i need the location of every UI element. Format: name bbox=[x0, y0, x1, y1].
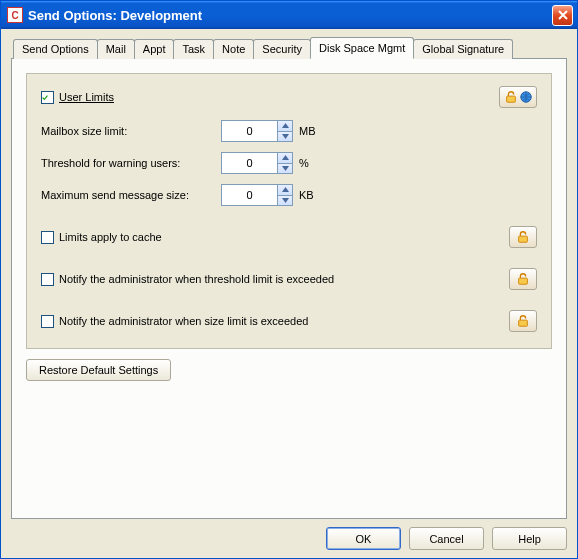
threshold-input[interactable] bbox=[221, 152, 293, 174]
tab-security[interactable]: Security bbox=[253, 39, 311, 59]
maxsend-label: Maximum send message size: bbox=[41, 189, 221, 201]
notify-size-lock-button[interactable] bbox=[509, 310, 537, 332]
cancel-button[interactable]: Cancel bbox=[409, 527, 484, 550]
maxsend-unit: KB bbox=[299, 189, 314, 201]
svg-rect-2 bbox=[519, 236, 528, 242]
dialog-footer: OK Cancel Help bbox=[11, 519, 567, 550]
threshold-up[interactable] bbox=[278, 153, 292, 164]
tab-send-options[interactable]: Send Options bbox=[13, 39, 98, 59]
threshold-value[interactable] bbox=[221, 152, 277, 174]
notify-size-checkbox[interactable] bbox=[41, 315, 54, 328]
user-limits-checkbox[interactable] bbox=[41, 91, 54, 104]
svg-rect-3 bbox=[519, 278, 528, 284]
mailbox-size-label: Mailbox size limit: bbox=[41, 125, 221, 137]
svg-rect-0 bbox=[506, 96, 515, 102]
ok-button[interactable]: OK bbox=[326, 527, 401, 550]
tab-bar: Send Options Mail Appt Task Note Securit… bbox=[11, 39, 567, 59]
globe-icon bbox=[519, 90, 533, 104]
tab-mail[interactable]: Mail bbox=[97, 39, 135, 59]
app-icon: C bbox=[7, 7, 23, 23]
check-icon bbox=[42, 92, 48, 103]
threshold-unit: % bbox=[299, 157, 309, 169]
threshold-down[interactable] bbox=[278, 164, 292, 174]
titlebar: C Send Options: Development bbox=[1, 1, 577, 29]
help-button[interactable]: Help bbox=[492, 527, 567, 550]
limits-cache-lock-button[interactable] bbox=[509, 226, 537, 248]
mailbox-size-input[interactable] bbox=[221, 120, 293, 142]
unlock-icon bbox=[516, 314, 530, 328]
notify-threshold-lock-button[interactable] bbox=[509, 268, 537, 290]
maxsend-input[interactable] bbox=[221, 184, 293, 206]
mailbox-size-value[interactable] bbox=[221, 120, 277, 142]
disk-space-group: User Limits Mailbox size limit: bbox=[26, 73, 552, 349]
mailbox-size-down[interactable] bbox=[278, 132, 292, 142]
mailbox-size-unit: MB bbox=[299, 125, 316, 137]
notify-size-label: Notify the administrator when size limit… bbox=[59, 315, 308, 327]
tab-disk-space-mgmt[interactable]: Disk Space Mgmt bbox=[310, 37, 414, 59]
restore-defaults-button[interactable]: Restore Default Settings bbox=[26, 359, 171, 381]
tab-appt[interactable]: Appt bbox=[134, 39, 175, 59]
maxsend-up[interactable] bbox=[278, 185, 292, 196]
tab-task[interactable]: Task bbox=[173, 39, 214, 59]
mailbox-size-up[interactable] bbox=[278, 121, 292, 132]
maxsend-value[interactable] bbox=[221, 184, 277, 206]
tab-global-signature[interactable]: Global Signature bbox=[413, 39, 513, 59]
svg-rect-4 bbox=[519, 320, 528, 326]
dialog-body: Send Options Mail Appt Task Note Securit… bbox=[1, 29, 577, 558]
threshold-label: Threshold for warning users: bbox=[41, 157, 221, 169]
tab-panel: User Limits Mailbox size limit: bbox=[11, 58, 567, 519]
close-icon bbox=[558, 10, 568, 20]
unlock-icon bbox=[516, 272, 530, 286]
unlock-icon bbox=[504, 90, 518, 104]
limits-cache-label: Limits apply to cache bbox=[59, 231, 162, 243]
user-limits-lock-button[interactable] bbox=[499, 86, 537, 108]
unlock-icon bbox=[516, 230, 530, 244]
maxsend-down[interactable] bbox=[278, 196, 292, 206]
limits-cache-checkbox[interactable] bbox=[41, 231, 54, 244]
notify-threshold-checkbox[interactable] bbox=[41, 273, 54, 286]
tab-note[interactable]: Note bbox=[213, 39, 254, 59]
close-button[interactable] bbox=[552, 5, 573, 26]
notify-threshold-label: Notify the administrator when threshold … bbox=[59, 273, 334, 285]
user-limits-label: User Limits bbox=[59, 91, 114, 103]
window-title: Send Options: Development bbox=[28, 8, 552, 23]
window: C Send Options: Development Send Options… bbox=[0, 0, 578, 559]
